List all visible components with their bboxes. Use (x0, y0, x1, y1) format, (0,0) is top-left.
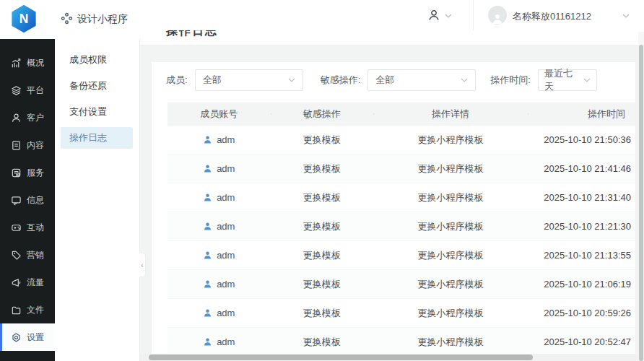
table-row: adm更换模板更换小程序模板2025-10-10 20:59:26 (167, 299, 635, 328)
sensitive-action-filter-label: 敏感操作: (321, 74, 361, 87)
action-cell: 更换模板 (271, 162, 374, 175)
action-cell: 更换模板 (271, 278, 374, 291)
table-row: adm更换模板更换小程序模板2025-10-10 21:13:55 (167, 241, 635, 270)
sidebar-item-label: 营销 (27, 249, 44, 261)
table-row: adm更换模板更换小程序模板2025-10-10 21:50:36 (167, 126, 635, 155)
chevron-down-icon[interactable] (622, 14, 630, 18)
sidebar-item-label: 文件 (27, 304, 44, 316)
submenu-item-member-permissions[interactable]: 成员权限 (61, 49, 133, 71)
account-name: adm (217, 279, 235, 290)
time-cell: 2025-10-10 21:13:55 (528, 250, 635, 261)
message-icon (11, 195, 22, 206)
horizontal-scrollbar[interactable] (140, 354, 638, 361)
brand-logo-icon[interactable]: N (9, 4, 39, 35)
action-cell: 更换模板 (271, 249, 374, 262)
detail-cell: 更换小程序模板 (373, 336, 528, 349)
sidebar-item-customers[interactable]: 客户 (0, 104, 55, 131)
vertical-scrollbar-thumb[interactable] (639, 45, 643, 361)
time-cell: 2025-10-10 21:50:36 (528, 134, 635, 145)
member-filter-value: 全部 (203, 74, 222, 87)
sensitive-action-filter-value: 全部 (375, 74, 394, 87)
table-row: adm更换模板更换小程序模板2025-10-10 21:06:19 (167, 270, 635, 299)
time-cell: 2025-10-10 21:06:19 (528, 279, 635, 290)
sidebar-item-services[interactable]: 服务 (0, 159, 55, 186)
account-name: adm (217, 250, 235, 261)
account-cell: adm (167, 221, 271, 232)
member-person-icon (203, 135, 212, 144)
submenu-item-payment-settings[interactable]: 支付设置 (61, 101, 133, 123)
submenu-nav: 成员权限备份还原支付设置操作日志 (55, 39, 140, 361)
sensitive-action-filter-select[interactable]: 全部 (367, 69, 476, 91)
detail-cell: 更换小程序模板 (373, 278, 528, 291)
table-row: adm更换模板更换小程序模板2025-10-10 20:52:47 (167, 328, 635, 357)
member-filter-select[interactable]: 全部 (195, 69, 303, 91)
service-icon (11, 168, 22, 178)
account-cell: adm (167, 163, 271, 174)
sidebar-item-label: 流量 (27, 277, 44, 289)
layers-icon (11, 85, 22, 96)
avatar-person-icon (492, 13, 503, 25)
account-name: adm (217, 134, 235, 145)
operation-time-filter-select[interactable]: 最近七天 (538, 69, 597, 91)
user-outline-icon[interactable] (427, 9, 440, 22)
horizontal-scrollbar-thumb[interactable] (149, 355, 533, 360)
chevron-down-icon (583, 78, 591, 82)
page-title: 操作日志 (166, 30, 218, 39)
account-cell: adm (167, 336, 271, 347)
member-filter-label: 成员: (166, 74, 188, 87)
operation-log-table: 成员账号敏感操作操作详情操作时间 adm更换模板更换小程序模板2025-10-1… (167, 103, 635, 361)
table-row: adm更换模板更换小程序模板2025-10-10 21:31:40 (167, 183, 635, 212)
sidebar-item-platform[interactable]: 平台 (0, 77, 55, 104)
sidebar-item-marketing[interactable]: 营销 (0, 241, 55, 269)
sidebar-item-label: 平台 (27, 84, 44, 97)
sidebar-item-label: 客户 (27, 112, 44, 124)
user-avatar[interactable] (488, 6, 507, 25)
action-cell: 更换模板 (271, 220, 374, 233)
sidebar-nav: 概况平台客户内容服务信息互动营销流量文件设置 (0, 39, 55, 361)
folder-icon (11, 305, 22, 316)
sidebar-item-label: 互动 (27, 222, 44, 234)
sidebar-item-messages[interactable]: 信息 (0, 186, 55, 214)
sidebar-collapse-handle[interactable]: ‹ (139, 253, 146, 277)
user-name: 名称释放01161212 (513, 10, 591, 23)
sidebar-item-overview[interactable]: 概况 (0, 49, 55, 77)
column-header-3: 操作详情 (373, 108, 528, 121)
sidebar-item-content[interactable]: 内容 (0, 131, 55, 159)
sidebar-item-label: 概况 (27, 57, 44, 69)
action-cell: 更换模板 (271, 134, 374, 147)
sidebar-item-interaction[interactable]: 互动 (0, 214, 55, 241)
submenu-item-operation-logs[interactable]: 操作日志 (61, 127, 133, 149)
chevron-down-icon (288, 78, 295, 82)
detail-cell: 更换小程序模板 (373, 249, 528, 262)
time-cell: 2025-10-10 21:21:30 (528, 221, 635, 232)
account-name: adm (217, 336, 235, 347)
table-header-row: 成员账号敏感操作操作详情操作时间 (167, 103, 635, 126)
action-cell: 更换模板 (271, 191, 374, 204)
action-cell: 更换模板 (271, 307, 374, 320)
detail-cell: 更换小程序模板 (373, 162, 528, 175)
table-row: adm更换模板更换小程序模板2025-10-10 21:41:46 (167, 155, 635, 183)
vertical-scrollbar[interactable] (638, 32, 644, 361)
account-name: adm (217, 163, 235, 174)
action-cell: 更换模板 (271, 336, 374, 349)
sidebar-item-files[interactable]: 文件 (0, 296, 55, 323)
table-body: adm更换模板更换小程序模板2025-10-10 21:50:36adm更换模板… (167, 126, 635, 357)
sidebar-item-settings[interactable]: 设置 (0, 323, 55, 351)
column-header-1: 成员账号 (167, 108, 271, 121)
column-header-4: 操作时间 (528, 108, 635, 121)
time-cell: 2025-10-10 20:52:47 (528, 336, 635, 347)
document-icon (11, 140, 22, 151)
account-cell: adm (167, 250, 271, 261)
submenu-item-backup-restore[interactable]: 备份还原 (61, 75, 133, 97)
member-person-icon (203, 279, 212, 289)
megaphone-icon (11, 277, 22, 288)
detail-cell: 更换小程序模板 (373, 220, 528, 233)
content-area: 操作日志 成员:全部敏感操作:全部操作时间:最近七天 成员账号敏感操作操作详情操… (140, 30, 644, 361)
mini-program-icon (61, 12, 73, 25)
member-filter: 成员:全部 (166, 69, 303, 91)
tag-icon (11, 250, 22, 261)
chevron-down-icon[interactable] (445, 14, 452, 18)
account-cell: adm (167, 192, 271, 203)
time-cell: 2025-10-10 21:41:46 (528, 163, 635, 174)
sidebar-item-traffic[interactable]: 流量 (0, 269, 55, 296)
